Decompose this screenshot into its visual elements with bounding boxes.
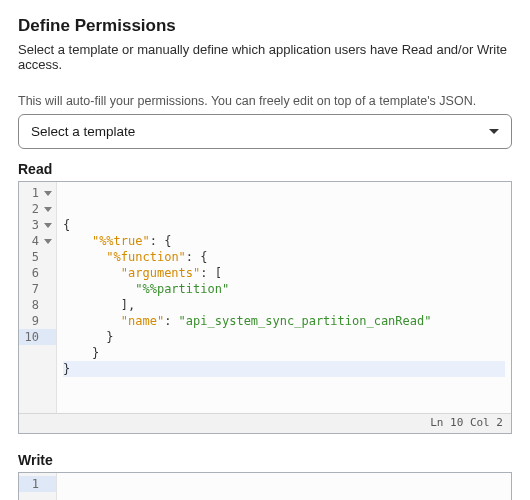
line-number: 1: [19, 185, 56, 201]
code-line[interactable]: "%function": {: [63, 249, 505, 265]
write-editor[interactable]: 1 false Ln 1 Col 6: [18, 472, 512, 500]
page-subtitle: Select a template or manually define whi…: [18, 42, 512, 72]
code-line[interactable]: {: [63, 217, 505, 233]
read-gutter: 12345678910: [19, 182, 57, 413]
line-number: 7: [19, 281, 56, 297]
page-title: Define Permissions: [18, 16, 512, 36]
fold-icon[interactable]: [44, 223, 52, 228]
code-line[interactable]: }: [63, 361, 505, 377]
read-label: Read: [18, 161, 512, 177]
line-number: 3: [19, 217, 56, 233]
code-line[interactable]: }: [63, 345, 505, 361]
template-select[interactable]: Select a template: [18, 114, 512, 149]
line-number: 9: [19, 313, 56, 329]
template-select-placeholder: Select a template: [31, 124, 135, 139]
fullscreen-icon[interactable]: [485, 192, 501, 208]
line-number: 2: [19, 201, 56, 217]
read-code[interactable]: { "%%true": { "%function": { "arguments"…: [57, 182, 511, 413]
write-code[interactable]: false: [57, 473, 511, 500]
line-number: 1: [19, 476, 56, 492]
write-label: Write: [18, 452, 512, 468]
code-line[interactable]: "%%true": {: [63, 233, 505, 249]
read-status-bar: Ln 10 Col 2: [19, 413, 511, 433]
fold-icon[interactable]: [44, 239, 52, 244]
read-editor[interactable]: 12345678910 { "%%true": { "%function": {…: [18, 181, 512, 434]
code-line[interactable]: "arguments": [: [63, 265, 505, 281]
write-gutter: 1: [19, 473, 57, 500]
fold-icon[interactable]: [44, 207, 52, 212]
line-number: 10: [19, 329, 56, 345]
code-line[interactable]: "%%partition": [63, 281, 505, 297]
line-number: 6: [19, 265, 56, 281]
code-line[interactable]: "name": "api_system_sync_partition_canRe…: [63, 313, 505, 329]
line-number: 4: [19, 233, 56, 249]
fold-icon[interactable]: [44, 191, 52, 196]
line-number: 5: [19, 249, 56, 265]
fullscreen-icon[interactable]: [485, 483, 501, 499]
code-line[interactable]: }: [63, 329, 505, 345]
line-number: 8: [19, 297, 56, 313]
chevron-down-icon: [489, 129, 499, 134]
code-line[interactable]: ],: [63, 297, 505, 313]
template-helper-text: This will auto-fill your permissions. Yo…: [18, 94, 512, 108]
